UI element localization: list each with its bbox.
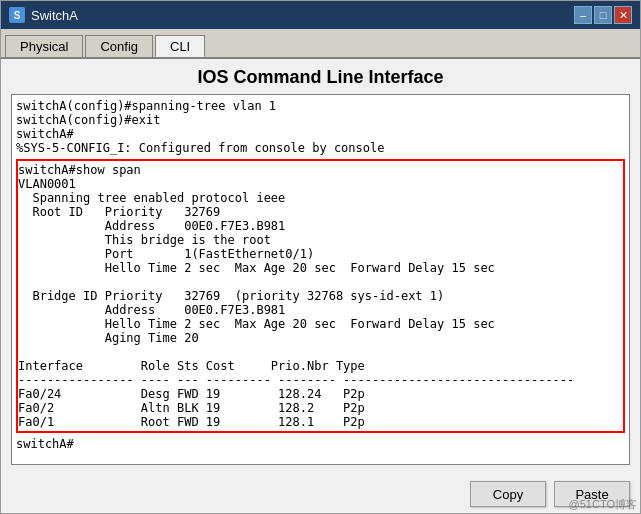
prompt-text: switchA# [16, 437, 625, 451]
terminal-output[interactable]: switchA(config)#spanning-tree vlan 1 swi… [12, 95, 629, 464]
window-title: SwitchA [31, 8, 78, 23]
maximize-button[interactable]: □ [594, 6, 612, 24]
highlighted-text: switchA#show span VLAN0001 Spanning tree… [18, 163, 623, 429]
title-bar-left: S SwitchA [9, 7, 78, 23]
bottom-bar: Copy Paste @51CTO博客 [1, 475, 640, 513]
app-icon: S [9, 7, 25, 23]
cli-container: switchA(config)#spanning-tree vlan 1 swi… [1, 94, 640, 475]
terminal-wrapper: switchA(config)#spanning-tree vlan 1 swi… [11, 94, 630, 465]
window-controls: – □ ✕ [574, 6, 632, 24]
tab-bar: Physical Config CLI [1, 29, 640, 59]
tab-cli[interactable]: CLI [155, 35, 205, 57]
main-window: S SwitchA – □ ✕ Physical Config CLI IOS … [0, 0, 641, 514]
history-text: switchA(config)#spanning-tree vlan 1 swi… [16, 99, 625, 155]
watermark: @51CTO博客 [569, 497, 637, 512]
close-button[interactable]: ✕ [614, 6, 632, 24]
tab-config[interactable]: Config [85, 35, 153, 57]
page-title: IOS Command Line Interface [1, 59, 640, 94]
minimize-button[interactable]: – [574, 6, 592, 24]
tab-physical[interactable]: Physical [5, 35, 83, 57]
title-bar: S SwitchA – □ ✕ [1, 1, 640, 29]
highlighted-output: switchA#show span VLAN0001 Spanning tree… [16, 159, 625, 433]
copy-button[interactable]: Copy [470, 481, 546, 507]
